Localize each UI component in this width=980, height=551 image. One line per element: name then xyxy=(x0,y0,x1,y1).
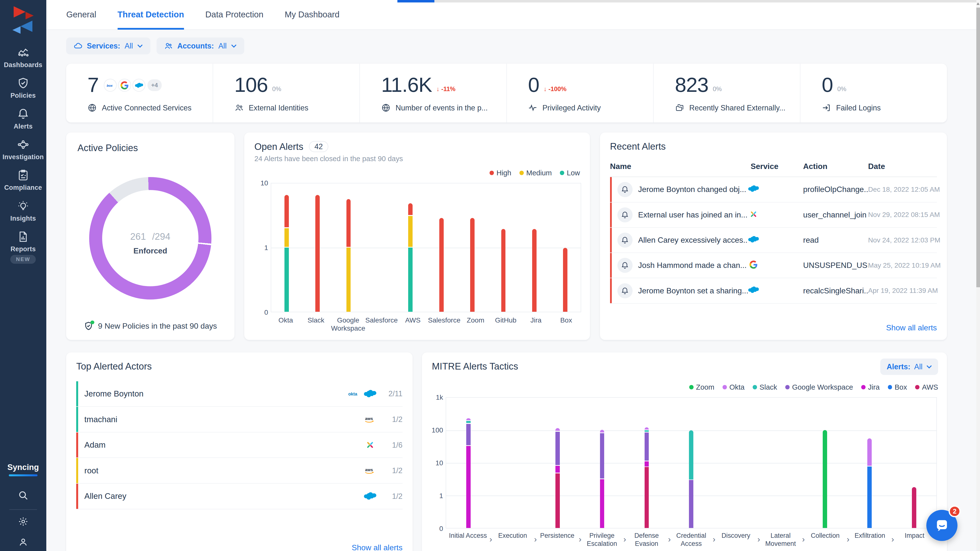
search-icon[interactable] xyxy=(18,490,29,503)
alert-row[interactable]: Jerome Boynton set a sharing...recalcSin… xyxy=(610,278,937,303)
actor-row-tmachani[interactable]: tmachaniaws1/2 xyxy=(76,407,402,432)
bar-segment-defense-evasion-google_workspace[interactable] xyxy=(644,432,649,460)
x-axis-label-collection[interactable]: Collection› xyxy=(803,532,848,548)
bar-segment-defense-evasion-okta[interactable] xyxy=(644,427,649,430)
legend-item-aws[interactable]: AWS xyxy=(915,383,938,391)
tab-data-protection[interactable]: Data Protection xyxy=(205,0,263,30)
bar-segment-privilege-escalation-google_workspace[interactable] xyxy=(600,433,605,478)
vertical-scrollbar[interactable] xyxy=(976,0,980,551)
sidebar-item-reports[interactable]: ReportsNEW xyxy=(0,226,46,267)
legend-label: Low xyxy=(567,169,580,177)
stat-label: Number of events in the p... xyxy=(396,103,488,112)
x-axis-label-lateral-movement[interactable]: Lateral Movement› xyxy=(758,532,803,548)
x-axis-label-initial-access[interactable]: Initial Access› xyxy=(445,532,490,548)
gear-icon[interactable] xyxy=(18,516,29,529)
bar-segment-initial-access-okta[interactable] xyxy=(466,418,471,420)
alert-row[interactable]: External user has joined an in...user_ch… xyxy=(610,203,937,228)
alert-row[interactable]: Jerome Boynton changed obj...profileOlpC… xyxy=(610,177,937,202)
bar-segment-google-workspace-high[interactable] xyxy=(347,199,351,247)
bar-segment-exfiltration-okta[interactable] xyxy=(867,438,872,466)
x-axis-label-credential-access[interactable]: Credential Access› xyxy=(669,532,713,548)
bar-segment-privilege-escalation-jira[interactable] xyxy=(600,479,605,528)
accounts-filter-dropdown[interactable]: Accounts:All xyxy=(157,38,244,54)
legend-item-box[interactable]: Box xyxy=(888,383,907,391)
alert-row[interactable]: Josh Hammond made a chan...UNSUSPEND_USE… xyxy=(610,253,937,278)
bar-segment-impact-aws[interactable] xyxy=(912,487,916,528)
sidebar-item-alerts[interactable]: Alerts xyxy=(0,103,46,134)
bar-segment-credential-access-google_workspace[interactable] xyxy=(689,480,694,528)
actor-row-allen-carey[interactable]: Allen Carey1/2 xyxy=(76,484,402,510)
bar-segment-defense-evasion-jira[interactable] xyxy=(644,461,649,467)
legend-item-okta[interactable]: Okta xyxy=(722,383,745,391)
sidebar-item-investigation[interactable]: Investigation xyxy=(0,134,46,165)
tab-general[interactable]: General xyxy=(66,0,96,30)
x-axis-label-exfiltration[interactable]: Exfiltration› xyxy=(848,532,892,548)
legend-item-low[interactable]: Low xyxy=(560,169,580,177)
top-alerted-actors-card: Top Alerted Actors Jerome Boyntonokta2/1… xyxy=(66,353,412,551)
bar-segment-aws-high[interactable] xyxy=(408,203,412,215)
scrollbar-thumb[interactable] xyxy=(976,8,980,287)
bar-segment-salesforce-high[interactable] xyxy=(439,218,444,312)
legend-item-jira[interactable]: Jira xyxy=(861,383,880,391)
bar-segment-exfiltration-box[interactable] xyxy=(867,467,872,528)
bar-segment-github-high[interactable] xyxy=(501,229,506,312)
scrollbar-up-arrow[interactable] xyxy=(977,2,980,5)
show-all-alerts-link[interactable]: Show all alerts xyxy=(352,543,402,551)
bar-segment-initial-access-jira[interactable] xyxy=(466,446,471,528)
slack-service-icon xyxy=(748,209,803,221)
bar-segment-credential-access-slack[interactable] xyxy=(689,430,694,479)
column-header-date: Date xyxy=(868,162,937,171)
bar-segment-jira-high[interactable] xyxy=(532,229,536,312)
bar-segment-defense-evasion-slack[interactable] xyxy=(644,430,649,432)
chat-widget-button[interactable]: 2 xyxy=(926,510,958,541)
bar-segment-collection-zoom[interactable] xyxy=(823,430,827,528)
actor-row-adam[interactable]: Adam1/6 xyxy=(76,432,402,458)
bar-segment-persistence-aws[interactable] xyxy=(555,473,560,528)
x-axis-label-privilege-escalation[interactable]: Privilege Escalation› xyxy=(580,532,624,548)
actor-row-root[interactable]: rootaws1/2 xyxy=(76,458,402,484)
tab-threat-detection[interactable]: Threat Detection xyxy=(118,0,184,30)
x-axis-label-execution[interactable]: Execution› xyxy=(490,532,535,548)
sidebar-item-policies[interactable]: Policies xyxy=(0,73,46,103)
tab-my-dashboard[interactable]: My Dashboard xyxy=(285,0,340,30)
bar-segment-privilege-escalation-okta[interactable] xyxy=(600,430,605,432)
sidebar-item-insights[interactable]: Insights xyxy=(0,195,46,226)
legend-item-zoom[interactable]: Zoom xyxy=(689,383,714,391)
services-filter-dropdown[interactable]: Services:All xyxy=(66,38,150,54)
active-policies-donut-chart[interactable]: 261 /294 Enforced xyxy=(89,177,212,300)
show-all-alerts-link[interactable]: Show all alerts xyxy=(886,323,937,332)
actor-row-jerome-boynton[interactable]: Jerome Boyntonokta2/11 xyxy=(76,381,402,407)
bar-segment-okta-medium[interactable] xyxy=(285,228,289,247)
bar-segment-zoom-high[interactable] xyxy=(470,218,474,312)
bar-segment-google-workspace-medium[interactable] xyxy=(347,248,351,312)
legend-item-google_workspace[interactable]: Google Workspace xyxy=(785,383,853,391)
x-axis-label-defense-evasion[interactable]: Defense Evasion› xyxy=(624,532,669,548)
bar-segment-okta-low[interactable] xyxy=(285,248,289,312)
sidebar-divider xyxy=(9,510,37,510)
bar-segment-persistence-okta[interactable] xyxy=(555,428,560,431)
legend-item-slack[interactable]: Slack xyxy=(752,383,777,391)
legend-label: AWS xyxy=(922,383,938,391)
policies-icon xyxy=(17,77,29,89)
bar-segment-persistence-google_workspace[interactable] xyxy=(555,432,560,465)
x-axis-label: Zoom xyxy=(460,316,490,333)
bar-segment-initial-access-slack[interactable] xyxy=(466,421,471,423)
sidebar-item-dashboards[interactable]: Dashboards xyxy=(0,42,46,73)
bar-segment-defense-evasion-aws[interactable] xyxy=(644,467,649,528)
bar-segment-box-high[interactable] xyxy=(563,248,568,312)
x-axis-label-discovery[interactable]: Discovery› xyxy=(714,532,758,548)
alert-row[interactable]: Allen Carey excessively acces...readNov … xyxy=(610,228,937,253)
x-axis-label-persistence[interactable]: Persistence› xyxy=(535,532,579,548)
bar-segment-slack-high[interactable] xyxy=(315,195,320,312)
bar-segment-aws-medium[interactable] xyxy=(408,216,412,247)
legend-item-high[interactable]: High xyxy=(490,169,511,177)
bar-segment-aws-low[interactable] xyxy=(408,248,412,312)
bar-segment-initial-access-google_workspace[interactable] xyxy=(466,424,471,445)
legend-item-medium[interactable]: Medium xyxy=(519,169,552,177)
user-profile-icon[interactable] xyxy=(18,537,29,550)
sidebar-item-compliance[interactable]: Compliance xyxy=(0,165,46,195)
alerts-filter-dropdown[interactable]: Alerts: All xyxy=(880,359,938,375)
bar-segment-okta-high[interactable] xyxy=(285,195,289,227)
bar-segment-persistence-jira[interactable] xyxy=(555,466,560,473)
docontrol-logo-icon[interactable] xyxy=(11,6,35,34)
